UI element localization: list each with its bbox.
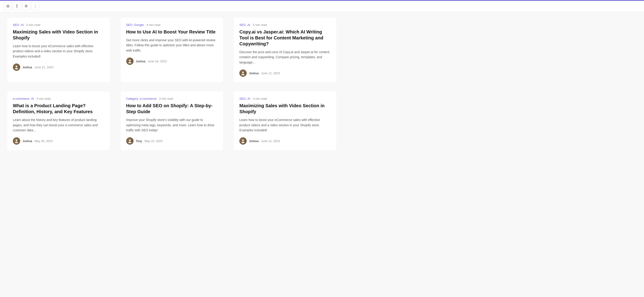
settings-button[interactable]: ⚙ (22, 2, 30, 10)
author-row: Joshua · June 21, 2023 (239, 137, 331, 145)
author-date: · June 11, 2023 (258, 72, 280, 75)
author-name: Joshua (249, 72, 258, 75)
tag-link[interactable]: e-commerce (140, 97, 156, 100)
read-time: · 3 min read (251, 97, 267, 100)
tag-link[interactable]: SEO (239, 23, 246, 27)
card-description: Learn about the history and key features… (13, 117, 104, 133)
card-tags: Category,e-commerce· 3 min read (126, 97, 218, 100)
svg-point-0 (16, 66, 18, 67)
author-name: Joshua (249, 139, 258, 143)
card-tags: SEO,Google· 4 min read (126, 23, 218, 27)
tag-link[interactable]: SEO (13, 23, 19, 27)
card-description: Improve your Shopify store's visibility … (126, 117, 218, 133)
tag-link[interactable]: AI (21, 23, 24, 27)
author-row: Tony · May 22, 2023 (126, 137, 218, 145)
read-time: · 5 min read (251, 23, 267, 27)
sort-button[interactable]: ▲ ▼ (13, 2, 21, 10)
author-row: Joshua · June 11, 2023 (239, 70, 331, 77)
avatar (13, 137, 20, 145)
tag-link[interactable]: AI (247, 23, 250, 27)
tag-link[interactable]: SEO (239, 97, 246, 100)
tag-separator: , (246, 23, 247, 27)
card-tags: e-commerce,AI· 4 min read (13, 97, 104, 100)
avatar (126, 137, 134, 145)
article-card: e-commerce,AI· 4 min readWhat is a Produ… (7, 91, 110, 150)
author-info: Joshua · June 21, 2023 (249, 139, 280, 143)
card-title: How to Add SEO on Shopify: A Step-by-Ste… (126, 103, 218, 115)
tag-separator: , (246, 97, 247, 100)
read-time: · 3 min read (24, 23, 40, 27)
article-card: SEO,AI· 3 min readMaximizing Sales with … (7, 18, 110, 82)
author-info: Joshua · June 21, 2023 (22, 66, 53, 69)
card-tags: SEO,AI· 3 min read (13, 23, 104, 27)
tag-link[interactable]: SEO (126, 23, 132, 27)
tag-separator: , (20, 23, 20, 27)
svg-point-9 (128, 142, 132, 143)
svg-point-8 (129, 139, 131, 141)
card-title: How to Use AI to Boost Your Review Title (126, 29, 218, 35)
author-date: · May 30, 2023 (32, 139, 53, 143)
tag-link[interactable]: AI (31, 97, 34, 100)
card-description: Learn how to boost your eCommerce sales … (239, 117, 331, 133)
article-card: SEO,AI· 3 min readMaximizing Sales with … (234, 91, 336, 150)
svg-point-6 (16, 139, 18, 141)
svg-point-1 (15, 68, 18, 70)
author-date: · June 21, 2023 (258, 139, 280, 143)
tag-separator: , (138, 97, 140, 100)
svg-point-10 (242, 139, 244, 141)
read-time: · 4 min read (35, 97, 50, 100)
more-icon: ⋮ (34, 4, 37, 8)
read-time: · 4 min read (145, 23, 160, 27)
card-tags: SEO,AI· 5 min read (239, 23, 331, 27)
author-date: · June 18, 2023 (146, 60, 167, 63)
tag-link[interactable]: Category (126, 97, 138, 100)
card-title: Maximizing Sales with Video Section in S… (13, 29, 104, 41)
author-row: Joshua · June 21, 2023 (13, 64, 104, 71)
toolbar: ⊞ ▲ ▼ ⚙ ⋮ (0, 0, 644, 12)
avatar (239, 137, 247, 145)
tag-separator: , (133, 23, 134, 27)
card-description: Learn how to boost your eCommerce sales … (13, 44, 104, 59)
author-name: Joshua (136, 60, 146, 63)
grid-icon: ⊞ (6, 4, 10, 8)
svg-point-11 (242, 142, 244, 143)
main-content: SEO,AI· 3 min readMaximizing Sales with … (0, 12, 344, 156)
svg-point-3 (128, 62, 132, 64)
author-info: Joshua · June 11, 2023 (249, 72, 280, 75)
avatar (126, 58, 134, 65)
tag-link[interactable]: e-commerce (13, 97, 29, 100)
more-options-button[interactable]: ⋮ (31, 2, 40, 10)
svg-point-5 (242, 74, 244, 75)
article-card: Category,e-commerce· 3 min readHow to Ad… (121, 91, 223, 150)
author-row: Joshua · June 18, 2023 (126, 58, 218, 65)
card-description: Discover the pros and cons of Copy.ai an… (239, 50, 331, 65)
author-name: Tony (136, 139, 142, 143)
svg-point-2 (129, 60, 131, 61)
avatar (13, 64, 20, 71)
author-info: Tony · May 22, 2023 (136, 139, 162, 143)
tag-link[interactable]: Google (134, 23, 144, 27)
author-info: Joshua · May 30, 2023 (22, 139, 53, 143)
author-date: · May 22, 2023 (142, 139, 162, 143)
tag-link[interactable]: AI (247, 97, 250, 100)
article-card: SEO,AI· 5 min readCopy.ai vs Jasper.ai: … (234, 18, 336, 82)
grid-view-button[interactable]: ⊞ (4, 2, 12, 10)
author-row: Joshua · May 30, 2023 (13, 137, 104, 145)
article-card: SEO,Google· 4 min readHow to Use AI to B… (121, 18, 223, 82)
card-description: Get more clicks and improve your SEO wit… (126, 38, 218, 53)
author-date: · June 21, 2023 (32, 66, 53, 69)
svg-point-4 (242, 72, 244, 73)
svg-point-7 (15, 142, 18, 143)
gear-icon: ⚙ (24, 4, 28, 8)
read-time: · 3 min read (157, 97, 173, 100)
author-name: Joshua (22, 66, 32, 69)
card-title: What is a Product Landing Page? Definiti… (13, 103, 104, 115)
card-tags: SEO,AI· 3 min read (239, 97, 331, 100)
cards-grid: SEO,AI· 3 min readMaximizing Sales with … (7, 18, 336, 150)
author-info: Joshua · June 18, 2023 (136, 60, 167, 63)
card-title: Copy.ai vs Jasper.ai: Which AI Writing T… (239, 29, 331, 47)
avatar (239, 70, 247, 77)
sort-icon: ▲ ▼ (16, 4, 18, 8)
author-name: Joshua (22, 139, 32, 143)
card-title: Maximizing Sales with Video Section in S… (239, 103, 331, 115)
